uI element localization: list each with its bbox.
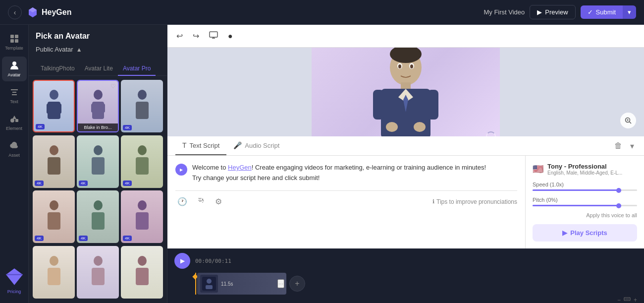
zoom-fit-icon xyxy=(624,296,631,303)
bottom-section: T Text Script 🎤 Audio Script 🗑 ▾ xyxy=(167,136,644,248)
zoom-fit-button[interactable] xyxy=(624,296,631,303)
avatar-badge-8: 4K xyxy=(79,236,88,241)
avatar-badge-4: 4K xyxy=(35,181,44,186)
svg-rect-53 xyxy=(206,285,213,289)
script-editor-section: ▶ Welcome to HeyGen! Create engaging vid… xyxy=(167,156,525,248)
avatar-card-4[interactable]: 4K xyxy=(33,135,75,188)
tab-audio-script[interactable]: 🎤 Audio Script xyxy=(226,136,286,155)
history-icon-btn[interactable]: 🕐 xyxy=(175,195,189,208)
preview-button[interactable]: ▶ Preview xyxy=(530,5,575,19)
script-tabs: T Text Script 🎤 Audio Script xyxy=(175,136,286,155)
clip-thumbnail xyxy=(200,275,218,293)
zoom-out-button[interactable]: − xyxy=(617,297,621,303)
monitor-button[interactable] xyxy=(207,29,220,44)
play-scripts-button[interactable]: ▶ Play Scripts xyxy=(533,224,637,242)
undo-button[interactable]: ↩ xyxy=(174,29,185,43)
public-avatar-toggle[interactable]: Public Avatar ▲ xyxy=(36,46,160,53)
svg-point-31 xyxy=(94,256,103,266)
svg-point-21 xyxy=(138,145,147,155)
sidebar-item-text[interactable]: Text xyxy=(2,83,27,108)
heygen-link[interactable]: HeyGen xyxy=(228,164,252,171)
sidebar-item-asset[interactable]: Asset xyxy=(2,137,27,162)
apply-voice-link[interactable]: Apply this voice to all xyxy=(533,212,637,218)
translate-icon-btn[interactable] xyxy=(195,195,207,209)
submit-button[interactable]: ✓ Submit xyxy=(581,5,623,19)
avatar-badge-7: 4K xyxy=(35,236,44,241)
avatar-card-9[interactable]: 4K xyxy=(121,190,163,243)
voice-profile[interactable]: 🇺🇸 Tony - Professional English, Male, Mi… xyxy=(533,163,637,176)
svg-point-17 xyxy=(50,145,58,155)
svg-point-11 xyxy=(94,90,103,100)
avatar-card-5[interactable]: 4K xyxy=(77,135,119,188)
pitch-slider[interactable] xyxy=(533,205,637,206)
svg-rect-20 xyxy=(92,157,105,175)
timeline-play-button[interactable]: ▶ xyxy=(174,253,190,269)
delete-script-button[interactable]: 🗑 xyxy=(612,139,624,152)
nav-left: ‹ HeyGen xyxy=(8,5,71,19)
shapes-icon xyxy=(9,114,19,124)
tips-link[interactable]: ℹ Tips to improve pronunciations xyxy=(432,198,517,205)
sidebar-item-pricing[interactable]: Pricing xyxy=(2,262,27,298)
avatar-card-11[interactable] xyxy=(77,246,119,299)
sidebar-item-template[interactable]: Template xyxy=(2,30,27,55)
speed-slider-fill xyxy=(533,189,621,191)
redo-button[interactable]: ↪ xyxy=(191,29,201,43)
svg-rect-1 xyxy=(15,35,18,38)
tab-talking-photo[interactable]: TalkingPhoto xyxy=(36,62,80,76)
svg-rect-32 xyxy=(92,268,105,285)
avatar-card-2[interactable]: ♡ Blake in Bro... xyxy=(77,80,119,132)
logo: HeyGen xyxy=(27,6,71,18)
sidebar-item-element[interactable]: Element xyxy=(2,110,27,135)
avatar-card-7[interactable]: 4K xyxy=(33,190,75,243)
add-clip-button[interactable]: + xyxy=(289,276,305,292)
settings-icon-btn[interactable]: ⚙ xyxy=(213,195,224,208)
avatar-image-11 xyxy=(77,246,119,299)
svg-rect-3 xyxy=(15,39,18,43)
tab-text-script[interactable]: T Text Script xyxy=(175,136,226,155)
zoom-button[interactable] xyxy=(620,113,636,128)
submit-dropdown-button[interactable]: ▾ xyxy=(623,5,636,19)
svg-rect-22 xyxy=(136,157,149,175)
voice-section: 🇺🇸 Tony - Professional English, Male, Mi… xyxy=(525,156,644,248)
svg-rect-24 xyxy=(48,212,60,230)
collapse-script-button[interactable]: ▾ xyxy=(628,139,636,153)
svg-point-43 xyxy=(386,122,398,132)
svg-rect-14 xyxy=(101,104,105,113)
avatar-badge-3: 4K xyxy=(123,125,132,130)
sidebar-label-avatar: Avatar xyxy=(8,72,21,77)
avatar-card-10[interactable] xyxy=(33,246,75,299)
play-script-icon[interactable]: ▶ xyxy=(175,164,187,176)
timeline-section: ▶ 00:00/00:11 xyxy=(167,248,644,303)
svg-rect-34 xyxy=(136,268,149,285)
avatar-card-3[interactable]: 4K xyxy=(121,80,163,132)
tab-avatar-pro[interactable]: Avatar Pro xyxy=(118,62,156,76)
chevron-up-icon: ▲ xyxy=(76,46,82,53)
timeline-track-container: 11.5s ··· + xyxy=(167,273,644,295)
sidebar-item-avatar[interactable]: Avatar xyxy=(2,57,27,81)
back-button[interactable]: ‹ xyxy=(8,5,22,19)
speed-slider[interactable] xyxy=(533,189,637,191)
avatar-card-8[interactable]: 4K xyxy=(77,190,119,243)
zoom-in-button[interactable]: + xyxy=(634,297,637,303)
shape-button[interactable]: ● xyxy=(226,30,235,43)
avatar-card-12[interactable] xyxy=(121,246,163,299)
heart-icon-2[interactable]: ♡ xyxy=(110,83,116,90)
voice-pitch-param: Pitch (0%) xyxy=(533,197,637,206)
clip-more-button[interactable]: ··· xyxy=(277,279,284,288)
cloud-icon xyxy=(9,141,19,151)
avatar-panel: Pick an Avatar Public Avatar ▲ TalkingPh… xyxy=(29,25,167,303)
logo-text: HeyGen xyxy=(42,8,71,17)
avatar-card-1[interactable]: 4K xyxy=(33,80,75,132)
avatar-image-4 xyxy=(33,135,75,188)
tab-avatar-lite[interactable]: Avatar Lite xyxy=(80,62,118,76)
avatar-image-6 xyxy=(121,135,163,188)
script-text[interactable]: Welcome to HeyGen! Create engaging video… xyxy=(192,163,517,183)
timeline-clip-1[interactable]: 11.5s ··· xyxy=(197,273,286,295)
voice-description: English, Male, Middle-Aged, E-L... xyxy=(547,170,637,176)
avatar-badge-1: 4K xyxy=(36,124,45,129)
script-actions: 🗑 ▾ xyxy=(612,139,636,153)
sidebar-label-text: Text xyxy=(10,99,18,104)
preview-play-icon: ▶ xyxy=(537,8,542,16)
public-avatar-label: Public Avatar xyxy=(36,46,73,53)
avatar-card-6[interactable]: 4K xyxy=(121,135,163,188)
